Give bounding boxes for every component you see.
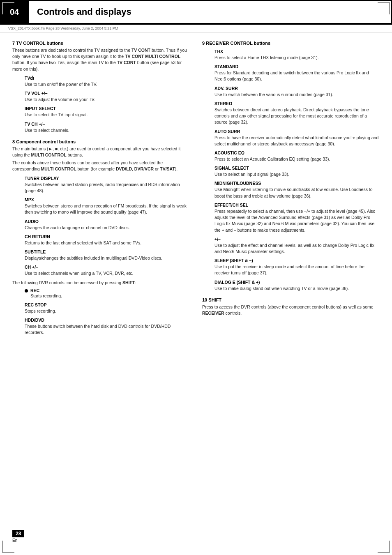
top-bar: 04 Controls and displays — [0, 0, 392, 25]
corner-decoration-br — [378, 541, 390, 553]
left-column: 7 TV CONTROL buttons These buttons are d… — [12, 41, 190, 336]
section-7-item-3-label: INPUT SELECT — [12, 106, 190, 111]
section-8-item-1-label: TUNER DISPLAY — [12, 176, 190, 181]
section-8-item-2-text: Switches between stereo and mono recepti… — [12, 203, 190, 215]
file-info: VSX_2014TX.book.fm Page 28 Wednesday, Ju… — [0, 25, 392, 32]
page-footer: 28 En — [12, 530, 24, 543]
section-8-dvr-item-1-content: REC Starts recording. — [30, 288, 62, 299]
main-content: 7 TV CONTROL buttons These buttons are d… — [0, 32, 392, 345]
section-7-item-1-text: Use to turn on/off the power of the TV. — [12, 81, 190, 88]
section-8: 8 Component control buttons The main but… — [12, 139, 190, 336]
section-9-heading: 9 RECEIVER CONTROL buttons — [202, 41, 380, 46]
section-8-item-5-label: SUBTITLE — [12, 249, 190, 254]
section-7-number: 7 — [12, 41, 15, 46]
section-8-dvr-item-3-label: HDD/DVD — [12, 318, 190, 322]
section-7: 7 TV CONTROL buttons These buttons are d… — [12, 41, 190, 134]
right-column: 9 RECEIVER CONTROL buttons THX Press to … — [202, 41, 380, 336]
section-9-item-7-label: SIGNAL SELECT — [202, 166, 380, 170]
section-9-item-2-text: Press for Standard decoding and to switc… — [202, 70, 380, 82]
section-8-item-4-label: CH RETURN — [12, 234, 190, 239]
section-8-intro1: The main buttons (►, ■, etc.) are used t… — [12, 146, 190, 158]
section-9-number: 9 — [202, 41, 205, 46]
section-8-item-6-text: Use to select channels when using a TV, … — [12, 270, 190, 276]
section-8-dvr-rec-label: REC — [30, 288, 39, 293]
section-7-heading: 7 TV CONTROL buttons — [12, 41, 190, 46]
section-8-dvr-item-3-text: These buttons switch between the hard di… — [12, 323, 190, 336]
section-9-item-8-label: MIDNIGHT/LOUDNESS — [202, 181, 380, 186]
section-9-item-6-label: ACOUSTIC EQ — [202, 150, 380, 155]
page-lang: En — [12, 538, 17, 543]
section-7-intro: These buttons are dedicated to control t… — [12, 47, 190, 72]
section-7-item-2-text: Use to adjust the volume on your TV. — [12, 97, 190, 103]
section-9-item-7-text: Use to select an input signal (page 33). — [202, 171, 380, 177]
section-7-item-2-label: TV VOL +/– — [12, 91, 190, 96]
section-9-item-12-text: Use to make dialog stand out when watchi… — [202, 286, 380, 292]
section-9-item-9-label: EFFECT/CH SEL — [202, 203, 380, 207]
section-9-item-1-text: Press to select a Home THX listening mod… — [202, 55, 380, 61]
section-9-item-2-label: STANDARD — [202, 64, 380, 69]
bullet-icon-rec — [25, 289, 28, 292]
section-10-number: 10 — [202, 297, 207, 302]
section-9-item-5-text: Press to have the receiver automatically… — [202, 135, 380, 147]
section-10: 10 SHIFT Press to access the DVR control… — [202, 297, 380, 316]
section-9-item-9-text: Press repeatedly to select a channel, th… — [202, 208, 380, 233]
section-9: 9 RECEIVER CONTROL buttons THX Press to … — [202, 41, 380, 292]
section-9-item-3-text: Use to switch between the various surrou… — [202, 92, 380, 98]
page-number: 28 — [12, 530, 24, 537]
page: 04 Controls and displays VSX_2014TX.book… — [0, 0, 392, 555]
section-8-number: 8 — [12, 139, 15, 144]
chapter-title-area: Controls and displays — [29, 0, 392, 24]
section-9-item-3-label: ADV. SURR — [202, 86, 380, 91]
section-9-item-1-label: THX — [202, 49, 380, 54]
chapter-title: Controls and displays — [37, 7, 131, 17]
section-9-item-10-text: Use to adjust the effect and channel lev… — [202, 242, 380, 255]
section-9-item-12-label: DIALOG E (SHIFT & +) — [202, 280, 380, 285]
section-8-item-1-text: Switches between named station presets, … — [12, 182, 190, 194]
section-10-title: SHIFT — [208, 297, 221, 302]
section-8-item-6-label: CH +/– — [12, 265, 190, 269]
section-7-item-1-label: TV⏻ — [12, 76, 190, 81]
section-8-item-5-text: Displays/changes the subtitles included … — [12, 255, 190, 261]
section-8-dvr-item-2-label: REC STOP — [12, 302, 190, 307]
corner-decoration-tl — [2, 2, 14, 14]
section-8-item-3-label: AUDIO — [12, 219, 190, 224]
section-8-intro2: The controls above these buttons can be … — [12, 160, 190, 172]
section-8-title: Component control buttons — [16, 139, 76, 144]
section-8-dvr-rec-text: Starts recording. — [30, 293, 62, 298]
section-8-dvr-item-2-text: Stops recording. — [12, 308, 190, 314]
section-7-item-4-label: TV CH +/– — [12, 122, 190, 127]
section-8-item-4-text: Returns to the last channel selected wit… — [12, 240, 190, 246]
section-9-item-11-label: SLEEP (SHIFT & –) — [202, 258, 380, 263]
section-9-item-5-label: AUTO SURR — [202, 129, 380, 134]
corner-decoration-tr — [378, 2, 390, 14]
section-7-title: TV CONTROL buttons — [16, 41, 63, 46]
section-8-dvr-intro: The following DVR controls can be access… — [12, 280, 190, 286]
section-7-item-4-text: Use to select channels. — [12, 127, 190, 134]
section-8-heading: 8 Component control buttons — [12, 139, 190, 144]
section-9-item-4-text: Switches between direct and stereo playb… — [202, 107, 380, 126]
section-10-text: Press to access the DVR controls (above … — [202, 304, 380, 316]
section-9-item-8-text: Use Midnight when listening to movie sou… — [202, 187, 380, 199]
section-8-item-3-text: Changes the audio language or channel on… — [12, 225, 190, 231]
section-10-heading: 10 SHIFT — [202, 297, 380, 302]
section-7-item-3-text: Use to select the TV input signal. — [12, 112, 190, 118]
section-9-item-6-text: Press to select an Acoustic Calibration … — [202, 156, 380, 162]
section-9-item-4-label: STEREO — [202, 101, 380, 106]
section-9-item-11-text: Use to put the receiver in sleep mode an… — [202, 264, 380, 276]
section-9-title: RECEIVER CONTROL buttons — [206, 41, 270, 46]
section-8-item-2-label: MPX — [12, 197, 190, 202]
section-8-dvr-item-1: REC Starts recording. — [12, 288, 190, 299]
section-9-item-10-label: +/– — [202, 237, 380, 242]
